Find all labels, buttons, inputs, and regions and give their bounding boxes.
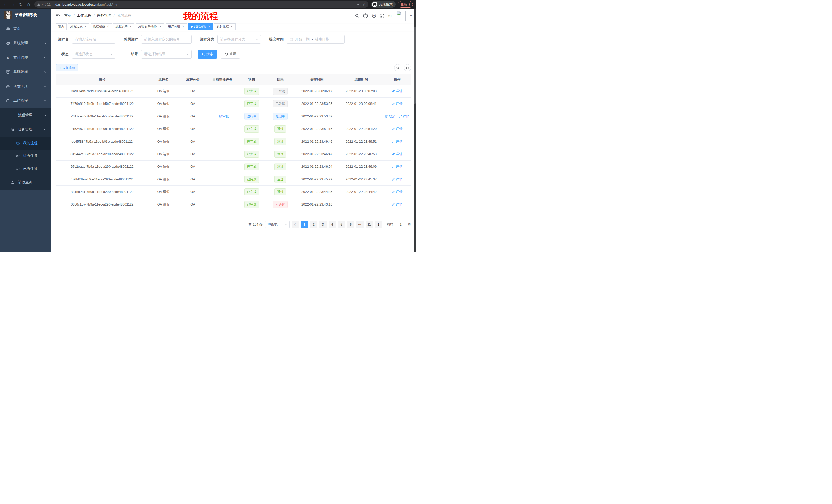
broken-image-icon bbox=[397, 11, 401, 16]
incognito-label: 无痕模式 bbox=[379, 2, 393, 7]
sidebar-collapse-icon[interactable] bbox=[55, 13, 60, 18]
font-size-icon[interactable]: TT bbox=[388, 14, 392, 18]
submit-time-range-picker[interactable]: 开始日期 - 结束日期 bbox=[287, 35, 344, 44]
detail-button[interactable]: 详情 bbox=[392, 102, 402, 106]
sidebar-item-system[interactable]: 系统管理 bbox=[0, 36, 51, 50]
detail-button[interactable]: 详情 bbox=[399, 114, 410, 119]
table-row: 03c6c157-7b9a-11ec-a290-acde48001122 OA … bbox=[56, 198, 411, 211]
detail-button[interactable]: 详情 bbox=[392, 139, 402, 144]
incognito-icon bbox=[372, 2, 378, 7]
tab-process-form-edit[interactable]: 流程表单-编辑✕ bbox=[136, 23, 164, 30]
page-size-select[interactable]: 10条/页 bbox=[265, 221, 289, 228]
prev-page-button[interactable]: ❮ bbox=[291, 221, 299, 228]
sidebar-item-done-tasks[interactable]: 已办任务 bbox=[0, 162, 51, 175]
page-button-11[interactable]: 11 bbox=[366, 221, 373, 228]
process-definition-input[interactable]: 请输入流程定义的编号 bbox=[141, 35, 191, 44]
sidebar-item-payment[interactable]: ¥ 支付管理 bbox=[0, 50, 51, 65]
process-definition-label: 所属流程 bbox=[122, 37, 141, 41]
detail-button[interactable]: 详情 bbox=[392, 190, 402, 194]
browser-menu-icon[interactable] bbox=[409, 3, 410, 6]
detail-button[interactable]: 详情 bbox=[392, 177, 402, 181]
close-icon[interactable]: ✕ bbox=[129, 25, 132, 28]
tab-home[interactable]: 首页 bbox=[56, 23, 67, 30]
detail-button[interactable]: 详情 bbox=[392, 127, 402, 131]
col-status: 状态 bbox=[238, 75, 266, 85]
goto-page-input[interactable]: 1 bbox=[395, 221, 406, 228]
avatar-caret-icon[interactable]: ▼ bbox=[410, 14, 412, 17]
browser-home-button[interactable]: ⌂ bbox=[25, 1, 32, 8]
help-icon[interactable]: ? bbox=[372, 13, 376, 18]
col-submit-time: 提交时间 bbox=[295, 75, 339, 85]
page-button-3[interactable]: 3 bbox=[319, 221, 327, 228]
page-scrollbar[interactable] bbox=[414, 9, 416, 252]
page-button-5[interactable]: 5 bbox=[338, 221, 345, 228]
tab-process-model[interactable]: 流程模型✕ bbox=[90, 23, 112, 30]
breadcrumb-task-management[interactable]: 任务管理 bbox=[97, 13, 111, 18]
reset-button[interactable]: 重置 bbox=[220, 50, 240, 59]
cancel-button[interactable]: 取消 bbox=[385, 114, 395, 119]
sidebar-item-my-process[interactable]: 我的流程 bbox=[0, 137, 51, 149]
security-status[interactable]: 不安全 bbox=[37, 2, 51, 7]
tab-my-process[interactable]: 我的流程✕ bbox=[188, 23, 213, 30]
breadcrumb-home[interactable]: 首页 bbox=[64, 13, 71, 18]
close-icon[interactable]: ✕ bbox=[159, 25, 162, 28]
trash-icon bbox=[385, 115, 388, 118]
page-button-6[interactable]: 6 bbox=[347, 221, 354, 228]
sidebar-item-process-management[interactable]: 流程管理 bbox=[0, 108, 51, 122]
page-button-2[interactable]: 2 bbox=[310, 221, 317, 228]
tab-process-form[interactable]: 流程表单✕ bbox=[113, 23, 134, 30]
sidebar-item-leave-query[interactable]: 请假查询 bbox=[0, 175, 51, 190]
close-icon[interactable]: ✕ bbox=[106, 25, 109, 28]
sidebar-item-devtools[interactable]: 研发工具 bbox=[0, 79, 51, 93]
browser-update-button[interactable]: 更新 bbox=[398, 1, 413, 8]
close-icon[interactable]: ✕ bbox=[182, 25, 185, 28]
edit-icon bbox=[392, 102, 395, 105]
process-category-label: 流程分类 bbox=[198, 37, 217, 41]
address-bar[interactable]: 不安全 dashboard.yudao.iocoder.cn/bpm/task/… bbox=[34, 1, 368, 8]
sidebar-item-task-management[interactable]: 任务管理 bbox=[0, 122, 51, 137]
bookmark-star-icon[interactable]: ☆ bbox=[363, 2, 366, 7]
fullscreen-icon[interactable] bbox=[380, 13, 384, 18]
page-button-4[interactable]: 4 bbox=[329, 221, 336, 228]
browser-chrome: ← → ↻ ⌂ 不安全 dashboard.yudao.iocoder.cn/b… bbox=[0, 0, 416, 9]
sidebar-item-home[interactable]: 首页 bbox=[0, 22, 51, 36]
search-icon[interactable] bbox=[355, 13, 359, 18]
detail-button[interactable]: 详情 bbox=[392, 89, 402, 93]
process-name-input[interactable]: 请输入流程名 bbox=[72, 35, 115, 44]
show-search-toggle-button[interactable] bbox=[394, 64, 401, 72]
sidebar-item-todo-tasks[interactable]: 待办任务 bbox=[0, 149, 51, 162]
tab-user-group[interactable]: 用户分组✕ bbox=[165, 23, 187, 30]
tab-start-process[interactable]: 发起流程✕ bbox=[214, 23, 235, 30]
process-category-select[interactable]: 请选择流程分类 bbox=[217, 35, 261, 44]
tab-process-definition[interactable]: 流程定义✕ bbox=[68, 23, 89, 30]
status-badge: 进行中 bbox=[244, 113, 259, 120]
breadcrumb-workflow[interactable]: 工作流程 bbox=[77, 13, 91, 18]
status-select[interactable]: 请选择状态 bbox=[72, 50, 115, 59]
password-key-icon[interactable] bbox=[355, 2, 359, 6]
browser-back-button[interactable]: ← bbox=[2, 1, 9, 8]
sidebar-item-workflow[interactable]: 工作流程 bbox=[0, 93, 51, 108]
close-icon[interactable]: ✕ bbox=[230, 25, 233, 28]
close-icon[interactable]: ✕ bbox=[207, 25, 211, 28]
col-id: 编号 bbox=[56, 75, 149, 85]
more-pages-button[interactable]: ••• bbox=[356, 221, 364, 228]
robot-icon bbox=[16, 141, 20, 145]
browser-forward-button[interactable]: → bbox=[10, 1, 17, 8]
close-icon[interactable]: ✕ bbox=[84, 25, 87, 28]
detail-button[interactable]: 详情 bbox=[392, 152, 402, 157]
detail-button[interactable]: 详情 bbox=[392, 164, 402, 169]
github-icon[interactable] bbox=[363, 13, 368, 18]
refresh-table-button[interactable] bbox=[404, 64, 411, 72]
start-process-button[interactable]: + 发起流程 bbox=[56, 64, 78, 72]
next-page-button[interactable]: ❯ bbox=[375, 221, 382, 228]
result-select[interactable]: 请选择流结果 bbox=[141, 50, 191, 59]
avatar[interactable] bbox=[396, 10, 406, 21]
search-button[interactable]: 搜索 bbox=[198, 50, 217, 59]
detail-button[interactable]: 详情 bbox=[392, 202, 402, 207]
sidebar-item-infrastructure[interactable]: 基础设施 bbox=[0, 65, 51, 79]
browser-reload-button[interactable]: ↻ bbox=[18, 1, 24, 8]
current-task-link[interactable]: 一级审批 bbox=[216, 114, 229, 118]
page-button-1[interactable]: 1 bbox=[301, 221, 308, 228]
scrollbar-thumb[interactable] bbox=[414, 27, 416, 104]
app-logo[interactable]: 芋道管理系统 bbox=[0, 9, 51, 22]
